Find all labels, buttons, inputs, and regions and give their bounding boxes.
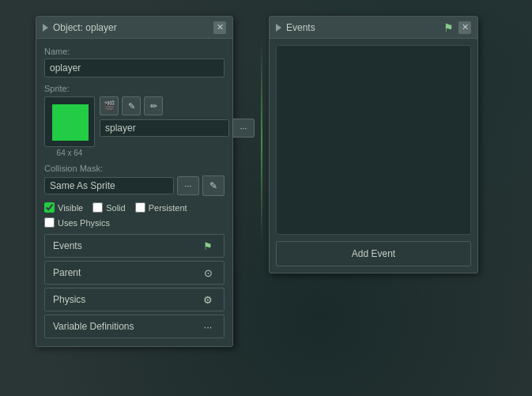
sprite-label: Sprite: [44,84,224,93]
sprite-name-row: ··· [100,119,255,138]
physics-button-label: Physics [53,294,85,305]
dots-icon: ··· [240,123,247,133]
events-header-right: ⚑ ✕ [443,21,471,34]
persistent-checkbox[interactable] [135,202,145,213]
object-panel-header: Object: oplayer ✕ [36,17,232,39]
collapse-triangle-icon[interactable] [43,24,48,32]
collision-dots-icon: ··· [184,181,191,190]
collision-edit-button[interactable]: ✎ [202,175,224,196]
sprite-icons-row: 🎬 ✎ ✏ [100,96,255,115]
events-collapse-icon[interactable] [276,24,281,32]
collision-section: Collision Mask: ··· ✎ [44,164,224,196]
collision-label: Collision Mask: [44,164,224,173]
events-header-left: Events [276,22,315,33]
events-panel-body: Add Event [270,39,477,273]
uses-physics-label: Uses Physics [58,218,110,228]
parent-button-label: Parent [53,267,81,278]
checkboxes-row: Visible Solid Persistent Uses Physics [44,202,224,228]
parent-people-icon: ⊙ [200,265,216,281]
sprite-name-input[interactable] [100,119,229,137]
visible-checkbox-item[interactable]: Visible [44,202,83,213]
events-list-area [276,45,471,235]
variable-dots-icon: ··· [200,319,216,334]
add-event-button[interactable]: Add Event [276,241,471,266]
collision-input[interactable] [44,177,174,194]
visible-checkbox[interactable] [44,202,55,213]
parent-button[interactable]: Parent ⊙ [44,261,224,285]
object-panel-body: Name: Sprite: 64 x 64 🎬 [36,39,232,346]
events-panel-close-button[interactable]: ✕ [458,21,471,34]
persistent-checkbox-item[interactable]: Persistent [135,202,187,213]
collision-row: ··· ✎ [44,175,224,196]
events-panel: Events ⚑ ✕ Add Event [269,16,478,273]
events-button[interactable]: Events ⚑ [44,234,224,258]
object-panel: Object: oplayer ✕ Name: Sprite: 64 x 64 [36,16,233,347]
events-flag-icon: ⚑ [200,238,216,254]
persistent-label: Persistent [149,203,187,213]
sprite-pencil-button[interactable]: ✏ [144,96,163,115]
name-label: Name: [44,47,224,56]
solid-label: Solid [106,203,125,213]
name-input[interactable] [44,58,224,77]
variable-definitions-label: Variable Definitions [53,321,134,332]
events-flag-header-icon: ⚑ [443,21,454,34]
collision-edit-icon: ✎ [209,180,217,191]
header-left: Object: oplayer [43,22,117,33]
action-buttons: Events ⚑ Parent ⊙ Physics ⚙ Variable Def… [44,234,224,338]
solid-checkbox[interactable] [92,202,103,213]
sprite-thumbnail-container: 64 x 64 [44,96,95,157]
sprite-row: 64 x 64 🎬 ✎ ✏ [44,96,224,157]
physics-gear-icon: ⚙ [200,292,216,307]
edit-icon: ✎ [128,101,135,111]
sprite-edit-button[interactable]: ✎ [122,96,141,115]
sprite-controls: 🎬 ✎ ✏ ··· [100,96,255,138]
film-icon: 🎬 [104,100,115,111]
vertical-decoration [261,40,262,245]
sprite-browse-button[interactable]: 🎬 [100,96,119,115]
sprite-thumbnail[interactable] [44,96,95,147]
collision-dots-button[interactable]: ··· [177,176,199,195]
solid-checkbox-item[interactable]: Solid [92,202,125,213]
events-panel-title: Events [286,22,315,33]
uses-physics-checkbox[interactable] [44,217,55,228]
object-panel-title: Object: oplayer [53,22,117,33]
events-panel-header: Events ⚑ ✕ [270,17,477,39]
sprite-preview [52,104,89,141]
physics-button[interactable]: Physics ⚙ [44,288,224,311]
sprite-section: Sprite: 64 x 64 🎬 ✎ [44,84,224,157]
visible-label: Visible [58,203,83,213]
object-panel-close-button[interactable]: ✕ [213,21,226,34]
events-button-label: Events [53,240,82,251]
uses-physics-checkbox-item[interactable]: Uses Physics [44,217,110,228]
variable-definitions-button[interactable]: Variable Definitions ··· [44,315,224,338]
sprite-dots-button[interactable]: ··· [232,119,255,138]
pencil-icon: ✏ [150,101,157,111]
sprite-size: 64 x 64 [44,149,95,157]
